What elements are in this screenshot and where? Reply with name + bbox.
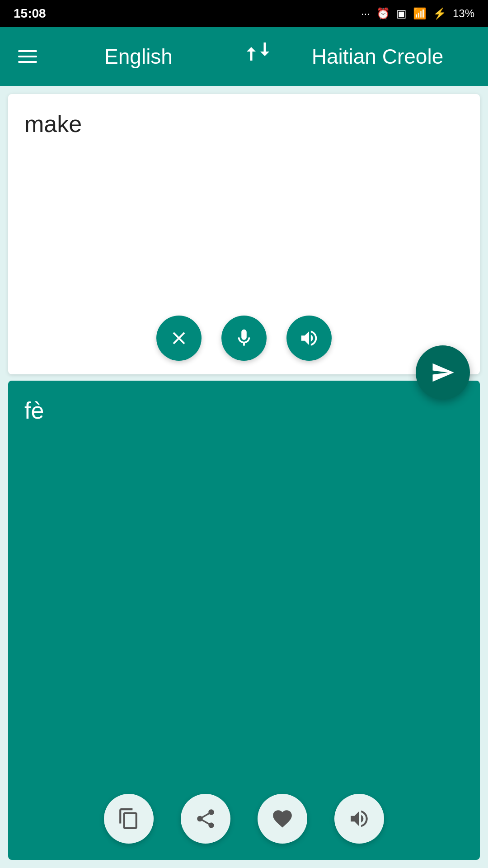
status-icons: ··· ⏰ ▣ 📶 ⚡ 13% [361, 7, 474, 20]
source-panel: make [8, 94, 480, 374]
source-text[interactable]: make [24, 110, 464, 137]
battery-level: 13% [453, 7, 474, 20]
source-language[interactable]: English [42, 44, 235, 69]
status-bar: 15:08 ··· ⏰ ▣ 📶 ⚡ 13% [0, 0, 488, 27]
time: 15:08 [14, 6, 46, 21]
source-actions [8, 316, 480, 361]
microphone-button[interactable] [221, 316, 267, 361]
dots-icon: ··· [361, 7, 370, 20]
main-content: make [0, 86, 488, 868]
favorite-button[interactable] [258, 794, 307, 844]
bolt-icon: ⚡ [433, 7, 446, 20]
translation-text: fè [24, 397, 464, 424]
alarm-icon: ⏰ [376, 7, 390, 20]
speak-translation-button[interactable] [334, 794, 384, 844]
translation-panel: fè [8, 381, 480, 860]
translation-actions [8, 794, 480, 844]
target-language[interactable]: Haitian Creole [281, 44, 474, 69]
toolbar: English Haitian Creole [0, 27, 488, 86]
share-button[interactable] [181, 794, 230, 844]
translate-button[interactable] [416, 345, 470, 400]
speak-source-button[interactable] [286, 316, 332, 361]
sim-icon: ▣ [396, 7, 407, 20]
menu-button[interactable] [14, 46, 42, 67]
copy-button[interactable] [104, 794, 154, 844]
swap-languages-button[interactable] [235, 38, 281, 75]
signal-icon: 📶 [413, 7, 427, 20]
clear-button[interactable] [156, 316, 202, 361]
source-panel-wrapper: make [0, 86, 488, 374]
